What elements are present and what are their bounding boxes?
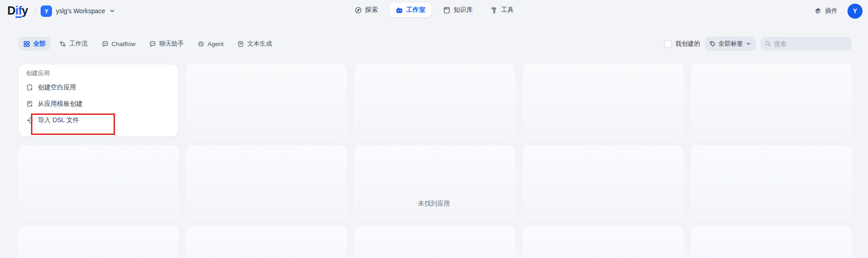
placeholder-card xyxy=(355,226,515,258)
logo-y: y xyxy=(22,4,28,17)
nav-studio[interactable]: 工作室 xyxy=(390,3,431,17)
tab-all-label: 全部 xyxy=(33,40,46,48)
tab-workflow-label: 工作流 xyxy=(69,40,88,48)
studio-icon xyxy=(395,6,403,14)
workspace-name: yslg's Workspace xyxy=(56,7,105,15)
workspace-avatar: Y xyxy=(41,5,52,17)
placeholder-card xyxy=(691,226,852,258)
tab-chatflow-label: Chatflow xyxy=(112,41,136,47)
nav-knowledge[interactable]: 知识库 xyxy=(437,3,479,17)
tab-workflow[interactable]: 工作流 xyxy=(54,37,93,51)
tools-icon xyxy=(490,6,498,14)
tab-chat-assistant[interactable]: 聊天助手 xyxy=(144,37,189,51)
import-dsl-button[interactable]: 导入 DSL 文件 xyxy=(26,114,171,127)
workflow-icon xyxy=(59,41,66,47)
tag-icon xyxy=(709,41,716,47)
create-blank-app-label: 创建空白应用 xyxy=(38,83,76,92)
create-from-template-icon xyxy=(26,100,33,108)
created-by-me-checkbox[interactable] xyxy=(664,40,672,48)
nav-explore-label: 探索 xyxy=(365,6,378,14)
chevron-down-icon xyxy=(746,41,751,46)
dify-logo[interactable]: Dify xyxy=(7,4,28,18)
tab-agent[interactable]: Agent xyxy=(192,38,229,50)
logo-if: if xyxy=(16,5,22,18)
user-avatar[interactable]: Y xyxy=(847,4,863,19)
placeholder-card xyxy=(523,64,683,137)
search-input[interactable] xyxy=(774,41,847,47)
app-type-tabs: 全部 工作流 Chatflow 聊天助手 xyxy=(18,37,277,51)
placeholder-card xyxy=(691,64,852,137)
tab-text-generation[interactable]: 文本生成 xyxy=(232,37,277,51)
search-box[interactable] xyxy=(760,37,852,51)
workspace-selector[interactable]: Y yslg's Workspace xyxy=(41,5,115,17)
filter-row: 全部 工作流 Chatflow 聊天助手 xyxy=(18,36,852,51)
filter-right: 我创建的 全部标签 xyxy=(664,36,852,51)
empty-state-message: 未找到应用 xyxy=(0,200,868,208)
top-header: Dify / Y yslg's Workspace 探索 xyxy=(0,0,868,22)
create-from-template-button[interactable]: 从应用模板创建 xyxy=(26,97,171,111)
nav-studio-label: 工作室 xyxy=(406,6,426,14)
breadcrumb-separator: / xyxy=(34,7,36,15)
app-grid: 创建应用 创建空白应用 从应用模板创建 xyxy=(18,64,852,258)
chat-assistant-icon xyxy=(149,41,156,47)
nav-explore[interactable]: 探索 xyxy=(348,3,384,17)
tab-all[interactable]: 全部 xyxy=(18,37,51,51)
tab-agent-label: Agent xyxy=(208,41,223,47)
placeholder-card xyxy=(18,226,178,258)
nav-tools-label: 工具 xyxy=(501,6,514,14)
nav-knowledge-label: 知识库 xyxy=(454,6,473,14)
knowledge-icon xyxy=(443,6,451,14)
placeholder-card xyxy=(523,226,683,258)
explore-icon xyxy=(354,6,362,14)
placeholder-card xyxy=(187,226,347,258)
plugins-icon xyxy=(814,7,822,15)
create-blank-app-icon xyxy=(26,84,33,91)
placeholder-card xyxy=(187,64,347,137)
create-blank-app-button[interactable]: 创建空白应用 xyxy=(26,81,171,94)
search-icon xyxy=(765,41,771,47)
create-from-template-label: 从应用模板创建 xyxy=(38,100,83,108)
import-dsl-label: 导入 DSL 文件 xyxy=(38,116,79,124)
create-app-card: 创建应用 创建空白应用 从应用模板创建 xyxy=(18,64,178,137)
main-nav: 探索 工作室 知识库 工具 xyxy=(348,3,520,17)
header-left: Dify / Y yslg's Workspace xyxy=(7,0,115,22)
tag-filter-dropdown[interactable]: 全部标签 xyxy=(705,36,756,51)
plugins-label: 插件 xyxy=(825,7,837,15)
header-right: 插件 Y xyxy=(811,0,863,22)
created-by-me-label: 我创建的 xyxy=(676,40,700,48)
chatflow-icon xyxy=(102,41,109,47)
created-by-me-filter[interactable]: 我创建的 xyxy=(664,40,700,48)
chevron-down-icon xyxy=(109,8,115,14)
agent-icon xyxy=(198,41,204,47)
logo-d: D xyxy=(7,4,16,17)
tab-chatflow[interactable]: Chatflow xyxy=(97,38,141,50)
tab-text-generation-label: 文本生成 xyxy=(247,40,272,48)
tab-chat-assistant-label: 聊天助手 xyxy=(159,40,184,48)
tag-filter-label: 全部标签 xyxy=(718,40,743,48)
import-dsl-icon xyxy=(26,117,33,124)
placeholder-card xyxy=(355,64,515,137)
create-app-card-title: 创建应用 xyxy=(26,70,171,77)
grid-icon xyxy=(23,41,30,47)
nav-tools[interactable]: 工具 xyxy=(484,3,520,17)
dify-studio-page: Dify / Y yslg's Workspace 探索 xyxy=(0,0,868,258)
plugins-button[interactable]: 插件 xyxy=(811,4,841,18)
text-generation-icon xyxy=(237,41,244,47)
